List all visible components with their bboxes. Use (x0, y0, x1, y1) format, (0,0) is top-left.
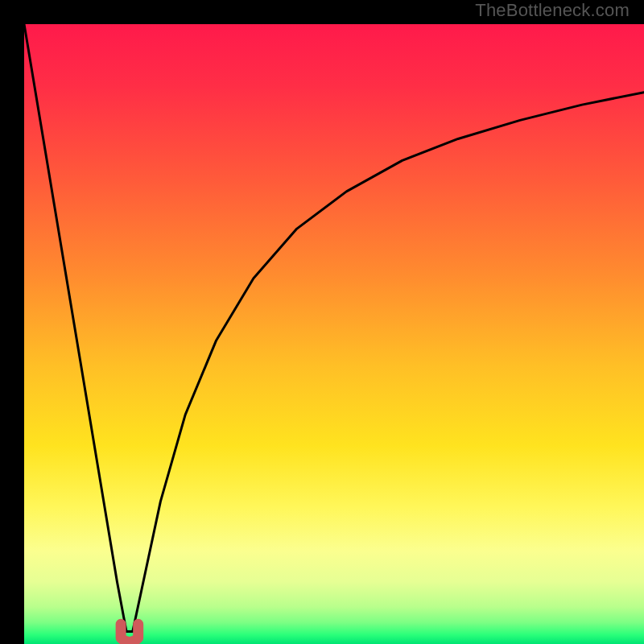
gradient-background (24, 24, 644, 644)
watermark-text: TheBottleneck.com (475, 0, 630, 21)
bottleneck-chart (24, 24, 644, 644)
chart-frame (12, 12, 632, 632)
